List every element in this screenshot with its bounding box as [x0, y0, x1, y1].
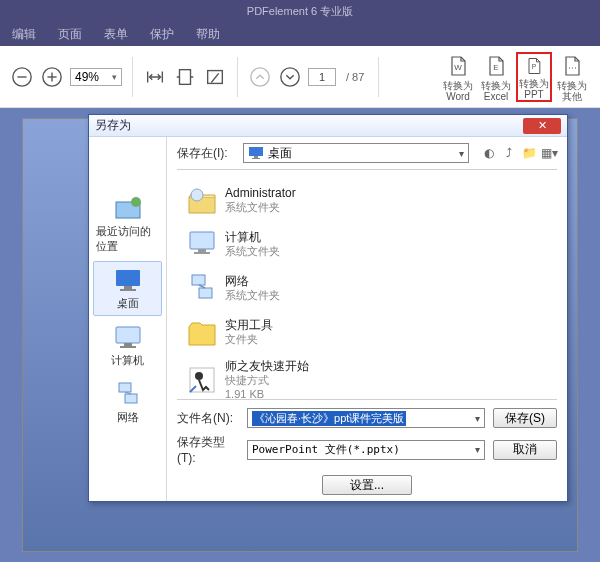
lookin-label: 保存在(I): [177, 145, 237, 162]
svg-point-34 [195, 372, 203, 380]
svg-rect-18 [124, 343, 132, 346]
svg-rect-17 [116, 327, 140, 343]
page-number-input[interactable]: 1 [308, 68, 336, 86]
settings-button[interactable]: 设置... [322, 475, 412, 495]
filename-label: 文件名(N): [177, 410, 239, 427]
convert-group: W 转换为Word E 转换为Excel P 转换为PPT 转换为其他 [440, 52, 590, 102]
fullscreen-icon[interactable] [203, 65, 227, 89]
places-bar: 最近访问的位置 桌面 计算机 网络 [89, 137, 167, 501]
menu-page[interactable]: 页面 [58, 26, 82, 43]
zoom-out-button[interactable] [10, 65, 34, 89]
svg-rect-28 [198, 249, 206, 252]
fit-page-icon[interactable] [173, 65, 197, 89]
convert-other-button[interactable]: 转换为其他 [554, 52, 590, 102]
menu-protect[interactable]: 保护 [150, 26, 174, 43]
desktop-icon [248, 146, 264, 160]
menubar: 编辑 页面 表单 保护 帮助 [0, 22, 600, 46]
filename-input[interactable]: 《沁园春·长沙》ppt课件完美版 [247, 408, 485, 428]
svg-point-13 [131, 197, 141, 207]
zoom-select[interactable]: 49% [70, 68, 122, 86]
file-item[interactable]: 实用工具文件夹 [183, 310, 551, 354]
convert-word-button[interactable]: W 转换为Word [440, 52, 476, 102]
separator [378, 57, 379, 97]
dialog-titlebar: 另存为 ✕ [89, 115, 567, 137]
toolbar: 49% 1 / 87 W 转换为Word E 转换为Excel P 转换为PPT… [0, 46, 600, 108]
svg-rect-30 [192, 275, 205, 285]
svg-rect-20 [119, 383, 131, 392]
svg-rect-14 [116, 270, 140, 286]
place-network[interactable]: 网络 [93, 375, 162, 430]
dialog-title: 另存为 [95, 117, 131, 134]
svg-text:W: W [454, 63, 462, 72]
separator [132, 57, 133, 97]
svg-point-7 [251, 67, 269, 85]
svg-text:E: E [493, 63, 498, 72]
dialog-main: 保存在(I): 桌面 ◐ ⤴ 📁 ▦▾ Adminis [167, 137, 567, 501]
page-down-button[interactable] [278, 65, 302, 89]
dialog-close-button[interactable]: ✕ [523, 118, 561, 134]
separator [237, 57, 238, 97]
svg-rect-21 [125, 394, 137, 403]
svg-rect-16 [120, 289, 136, 291]
save-button[interactable]: 保存(S) [493, 408, 557, 428]
newfolder-icon[interactable]: 📁 [521, 145, 537, 161]
cancel-button[interactable]: 取消 [493, 440, 557, 460]
up-icon[interactable]: ⤴ [501, 145, 517, 161]
menu-edit[interactable]: 编辑 [12, 26, 36, 43]
zoom-in-button[interactable] [40, 65, 64, 89]
save-as-dialog: 另存为 ✕ 最近访问的位置 桌面 计算机 网络 [88, 114, 568, 502]
place-recent[interactable]: 最近访问的位置 [93, 189, 162, 259]
file-item[interactable]: Administrator系统文件夹 [183, 178, 551, 222]
svg-rect-23 [249, 147, 263, 156]
convert-excel-button[interactable]: E 转换为Excel [478, 52, 514, 102]
document-area: 另存为 ✕ 最近访问的位置 桌面 计算机 网络 [0, 108, 600, 562]
svg-text:P: P [532, 63, 537, 70]
place-desktop[interactable]: 桌面 [93, 261, 162, 316]
lookin-combo[interactable]: 桌面 [243, 143, 469, 163]
svg-rect-31 [199, 288, 212, 298]
svg-rect-27 [190, 232, 214, 249]
svg-rect-29 [194, 252, 210, 254]
filetype-select[interactable]: PowerPoint 文件(*.pptx) [247, 440, 485, 460]
page-total: / 87 [346, 71, 364, 83]
page-up-button[interactable] [248, 65, 272, 89]
back-icon[interactable]: ◐ [481, 145, 497, 161]
file-list[interactable]: Administrator系统文件夹 计算机系统文件夹 网络系统文件夹 实用工具… [177, 169, 557, 400]
menu-help[interactable]: 帮助 [196, 26, 220, 43]
svg-point-26 [191, 189, 203, 201]
svg-rect-5 [180, 69, 191, 84]
file-item[interactable]: 计算机系统文件夹 [183, 222, 551, 266]
svg-rect-15 [124, 286, 132, 289]
svg-rect-24 [254, 156, 258, 158]
convert-ppt-button[interactable]: P 转换为PPT [516, 52, 552, 102]
file-item[interactable]: 师之友快速开始快捷方式1.91 KB [183, 354, 551, 400]
svg-point-8 [281, 67, 299, 85]
place-computer[interactable]: 计算机 [93, 318, 162, 373]
svg-rect-25 [252, 158, 260, 159]
views-icon[interactable]: ▦▾ [541, 145, 557, 161]
svg-rect-19 [120, 346, 136, 348]
filetype-label: 保存类型(T): [177, 434, 239, 465]
menu-form[interactable]: 表单 [104, 26, 128, 43]
app-title: PDFelement 6 专业版 [247, 4, 353, 19]
fit-width-icon[interactable] [143, 65, 167, 89]
file-item[interactable]: 网络系统文件夹 [183, 266, 551, 310]
app-titlebar: PDFelement 6 专业版 [0, 0, 600, 22]
